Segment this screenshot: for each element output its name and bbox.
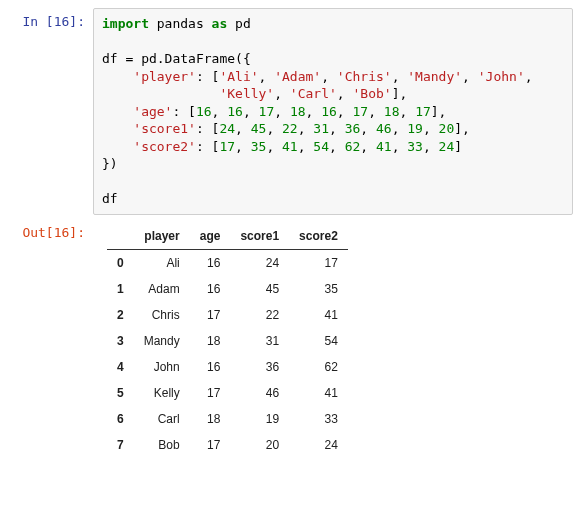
number-literal: 22 [282,121,298,136]
col-header: age [190,223,231,250]
number-literal: 20 [439,121,455,136]
code-text: df [102,191,118,206]
cell: 17 [289,250,348,277]
cell: 36 [230,354,289,380]
table-row: 1 Adam 16 45 35 [107,276,348,302]
keyword-import: import [102,16,149,31]
code-text: pandas [149,16,212,31]
number-literal: 16 [196,104,212,119]
string-literal: 'age' [133,104,172,119]
code-text: , [337,86,353,101]
number-literal: 35 [251,139,267,154]
number-literal: 17 [353,104,369,119]
number-literal: 17 [415,104,431,119]
code-text: , [329,139,345,154]
number-literal: 41 [376,139,392,154]
cell: Ali [134,250,190,277]
row-index: 5 [107,380,134,406]
number-literal: 18 [384,104,400,119]
string-literal: 'Kelly' [219,86,274,101]
row-index: 1 [107,276,134,302]
row-index: 3 [107,328,134,354]
string-literal: 'John' [478,69,525,84]
number-literal: 24 [439,139,455,154]
cell: 24 [230,250,289,277]
string-literal: 'Carl' [290,86,337,101]
code-text [102,69,133,84]
code-text: , [266,139,282,154]
code-text: , [298,121,314,136]
code-text [102,121,133,136]
row-index: 0 [107,250,134,277]
string-literal: 'Adam' [274,69,321,84]
cell: 16 [190,354,231,380]
table-row: 6 Carl 18 19 33 [107,406,348,432]
cell: 35 [289,276,348,302]
code-text: , [243,104,259,119]
output-prompt: Out[16]: [8,219,93,240]
number-literal: 41 [282,139,298,154]
code-text: , [274,86,290,101]
output-cell: Out[16]: player age score1 score2 0 Ali … [8,219,573,458]
code-text: , [274,104,290,119]
code-text: , [298,139,314,154]
row-index: 6 [107,406,134,432]
code-text: : [ [196,139,219,154]
code-text: , [368,104,384,119]
string-literal: 'score1' [133,121,196,136]
table-row: 0 Ali 16 24 17 [107,250,348,277]
cell: 18 [190,406,231,432]
table-row: 3 Mandy 18 31 54 [107,328,348,354]
col-header: score2 [289,223,348,250]
cell: 17 [190,380,231,406]
code-editor[interactable]: import pandas as pd df = pd.DataFrame({ … [93,8,573,215]
code-text: , [423,139,439,154]
number-literal: 54 [313,139,329,154]
string-literal: 'player' [133,69,196,84]
code-text: , [399,104,415,119]
code-text [102,104,133,119]
col-header: player [134,223,190,250]
row-index: 4 [107,354,134,380]
number-literal: 31 [313,121,329,136]
code-text: }) [102,156,118,171]
code-text: , [392,139,408,154]
code-text: , [360,139,376,154]
code-text: , [306,104,322,119]
cell: John [134,354,190,380]
number-literal: 19 [407,121,423,136]
cell: 18 [190,328,231,354]
cell: Carl [134,406,190,432]
table-row: 5 Kelly 17 46 41 [107,380,348,406]
cell: 20 [230,432,289,458]
table-body: 0 Ali 16 24 17 1 Adam 16 45 35 2 Chris 1… [107,250,348,459]
string-literal: 'Bob' [352,86,391,101]
col-header: score1 [230,223,289,250]
code-text: , [337,104,353,119]
number-literal: 45 [251,121,267,136]
input-prompt: In [16]: [8,8,93,29]
cell: 54 [289,328,348,354]
number-literal: 17 [259,104,275,119]
code-text: , [392,69,408,84]
cell: Bob [134,432,190,458]
code-text: ], [431,104,447,119]
code-text: , [321,69,337,84]
code-text: : [ [172,104,195,119]
string-literal: 'score2' [133,139,196,154]
code-text: pd [227,16,250,31]
table-row: 7 Bob 17 20 24 [107,432,348,458]
code-text: ], [454,121,470,136]
number-literal: 16 [321,104,337,119]
table-corner [107,223,134,250]
code-text: , [462,69,478,84]
cell: 17 [190,302,231,328]
number-literal: 62 [345,139,361,154]
code-text: , [360,121,376,136]
cell: 45 [230,276,289,302]
cell: 17 [190,432,231,458]
cell: 41 [289,380,348,406]
code-text: df = pd.DataFrame({ [102,51,251,66]
cell: 41 [289,302,348,328]
number-literal: 36 [345,121,361,136]
